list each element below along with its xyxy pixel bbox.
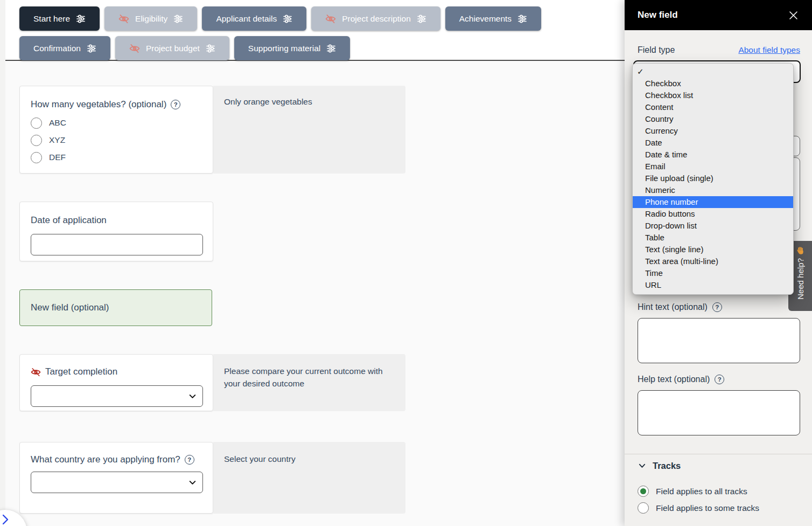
dropdown-item[interactable]: Checkbox list: [633, 89, 793, 101]
tab-label: Applicant details: [216, 14, 277, 24]
target-completion-select[interactable]: [31, 385, 203, 407]
about-field-types-link[interactable]: About field types: [738, 45, 800, 55]
tab-project-description[interactable]: Project description: [311, 6, 440, 31]
help-tooltip-icon[interactable]: ?: [712, 302, 722, 312]
field-type-row: Field type About field types: [638, 45, 800, 55]
radio-button[interactable]: [31, 152, 42, 163]
tab-settings-icon[interactable]: [283, 14, 292, 24]
new-field-label: New field (optional): [31, 302, 109, 313]
help-text-textarea[interactable]: [638, 390, 800, 435]
radio-option: DEF: [31, 152, 202, 163]
field-note-text: Please compare your current outcome with…: [224, 366, 383, 388]
help-tooltip-icon[interactable]: ?: [715, 375, 724, 384]
tab-settings-icon[interactable]: [173, 14, 183, 24]
tab-settings-icon[interactable]: [76, 14, 86, 24]
tab-settings-icon[interactable]: [517, 14, 527, 24]
dropdown-item[interactable]: Content: [633, 101, 793, 113]
field-note-panel: Select your country: [213, 442, 405, 514]
eye-slash-icon: [129, 43, 140, 54]
tab-settings-icon[interactable]: [417, 14, 426, 24]
chevron-down-icon: [638, 461, 647, 470]
field-row-country: What country are you applying from? ? Se…: [19, 442, 405, 514]
radio-button[interactable]: [638, 502, 649, 514]
dropdown-item[interactable]: Radio buttons: [633, 208, 793, 220]
tab-row-1: Start here Eligibility Applicant details…: [19, 6, 541, 31]
field-type-label: Field type: [638, 45, 675, 55]
radio-option: XYZ: [31, 135, 202, 146]
dropdown-item[interactable]: Text (single line): [633, 244, 793, 255]
field-note-text: Only orange vegetables: [224, 97, 312, 106]
tab-label: Project description: [342, 14, 411, 24]
dropdown-item[interactable]: Drop-down list: [633, 220, 793, 232]
dropdown-item[interactable]: File upload (single): [633, 172, 793, 184]
radio-dot: [640, 488, 646, 494]
hint-text-label: Hint text (optional) ?: [638, 302, 722, 312]
tab-row-2: Confirmation Project budget Supporting m…: [19, 36, 350, 60]
field-label-text: Date of application: [31, 214, 107, 227]
help-tooltip-icon[interactable]: ?: [185, 455, 194, 465]
field-row-vegetables: How many vegetables? (optional) ? ABC XY…: [19, 86, 405, 174]
dropdown-item[interactable]: Checkbox: [633, 78, 793, 89]
field-label: What country are you applying from? ?: [31, 453, 202, 467]
dropdown-item[interactable]: Date & time: [633, 149, 793, 161]
dropdown-item[interactable]: Numeric: [633, 184, 793, 196]
tab-project-budget[interactable]: Project budget: [115, 36, 229, 60]
date-input[interactable]: [31, 234, 203, 255]
chevron-right-icon: [2, 514, 10, 525]
radio-button[interactable]: [31, 117, 42, 129]
field-card-country[interactable]: What country are you applying from? ?: [19, 442, 213, 514]
dropdown-item[interactable]: Country: [633, 113, 793, 125]
tracks-section-toggle[interactable]: Tracks: [638, 461, 681, 471]
tab-supporting-material[interactable]: Supporting material: [234, 36, 350, 60]
field-card-date[interactable]: Date of application: [19, 202, 213, 261]
tab-settings-icon[interactable]: [206, 44, 215, 53]
close-drawer-button[interactable]: [787, 9, 800, 22]
field-card-vegetables[interactable]: How many vegetables? (optional) ? ABC XY…: [19, 86, 213, 174]
tab-settings-icon[interactable]: [326, 44, 336, 53]
country-select[interactable]: [31, 472, 203, 493]
field-label: How many vegetables? (optional) ?: [31, 98, 202, 112]
help-tooltip-icon[interactable]: ?: [171, 100, 180, 109]
dropdown-item[interactable]: Email: [633, 161, 793, 172]
dropdown-item-highlighted[interactable]: Phone number: [633, 196, 793, 208]
dropdown-current-check[interactable]: ✓: [633, 66, 793, 78]
help-text-label: Help text (optional) ?: [638, 375, 724, 384]
tab-eligibility[interactable]: Eligibility: [104, 6, 197, 31]
hint-text-textarea[interactable]: [638, 318, 800, 363]
section-divider: [625, 454, 812, 454]
tab-applicant-details[interactable]: Applicant details: [202, 6, 306, 31]
dropdown-item[interactable]: Date: [633, 137, 793, 149]
dropdown-item[interactable]: Table: [633, 232, 793, 244]
chevron-down-icon: [187, 391, 198, 402]
field-card-target[interactable]: Target completion: [19, 354, 213, 411]
tab-confirmation[interactable]: Confirmation: [19, 36, 110, 60]
drawer-header: New field: [625, 0, 812, 30]
tab-start-here[interactable]: Start here: [19, 6, 100, 31]
field-row-date: Date of application: [19, 202, 213, 261]
tab-label: Confirmation: [33, 44, 81, 53]
dropdown-item[interactable]: Currency: [633, 125, 793, 137]
waving-hand-icon: [795, 246, 805, 255]
hidden-field-eye-slash-icon: [31, 367, 41, 377]
field-row-target: Target completion Please compare your cu…: [19, 354, 405, 411]
radio-button[interactable]: [31, 135, 42, 146]
tab-label: Project budget: [146, 44, 200, 53]
radio-label: ABC: [49, 118, 66, 128]
radio-option: ABC: [31, 117, 202, 129]
tab-achievements[interactable]: Achievements: [445, 6, 541, 31]
dropdown-item[interactable]: URL: [633, 279, 793, 291]
radio-button-selected[interactable]: [638, 486, 649, 497]
tab-settings-icon[interactable]: [87, 44, 96, 53]
drawer-title: New field: [638, 10, 678, 20]
track-option-all: Field applies to all tracks: [638, 486, 747, 497]
help-text-label-text: Help text (optional): [638, 375, 710, 384]
dropdown-item[interactable]: Time: [633, 267, 793, 279]
hint-text-label-text: Hint text (optional): [638, 302, 708, 312]
form-tabs-bar: Start here Eligibility Applicant details…: [5, 0, 625, 61]
collapsed-sidebar-strip: [0, 0, 5, 526]
tab-label: Start here: [33, 14, 70, 24]
tab-label: Achievements: [459, 14, 512, 24]
new-field-placeholder[interactable]: New field (optional): [19, 289, 212, 326]
field-note-text: Select your country: [224, 454, 296, 463]
dropdown-item[interactable]: Text area (multi-line): [633, 255, 793, 267]
